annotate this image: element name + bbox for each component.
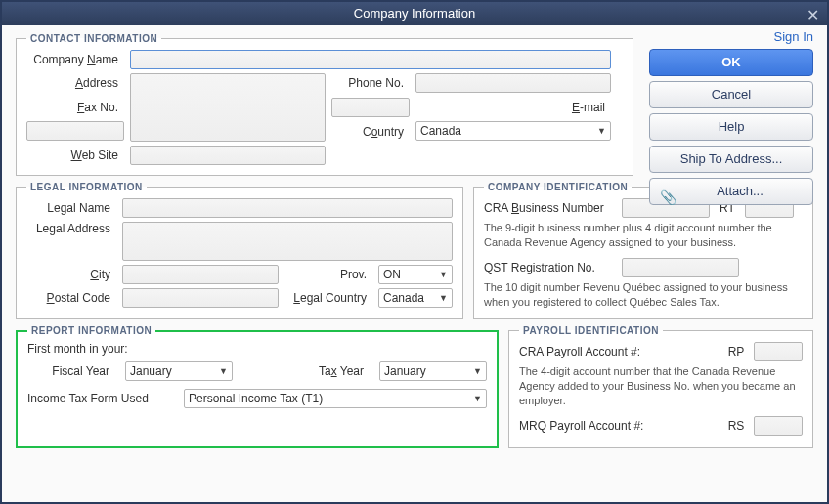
income-tax-form-value: Personal Income Tax (T1): [189, 392, 323, 405]
help-button[interactable]: Help: [649, 113, 813, 141]
sign-in-link[interactable]: Sign In: [649, 29, 813, 44]
tax-year-dropdown[interactable]: January ▼: [379, 361, 487, 381]
postal-code-input[interactable]: [122, 288, 279, 308]
report-information-group: REPORT INFORMATION First month in your: …: [16, 325, 499, 448]
chevron-down-icon: ▼: [439, 293, 448, 303]
first-month-label: First month in your:: [27, 342, 487, 356]
email-label: E-mail: [415, 101, 611, 114]
legal-address-input[interactable]: [122, 222, 453, 261]
mrq-payroll-label: MRQ Payroll Account #:: [519, 419, 719, 433]
titlebar: Company Information ✕: [2, 2, 827, 25]
mrq-rs-suffix: RS: [724, 419, 748, 433]
income-tax-form-dropdown[interactable]: Personal Income Tax (T1) ▼: [184, 389, 487, 408]
tax-year-value: January: [384, 364, 426, 378]
ok-button[interactable]: OK: [649, 49, 813, 76]
cancel-button[interactable]: Cancel: [649, 81, 813, 108]
legal-name-label: Legal Name: [26, 201, 116, 215]
fiscal-year-label: Fiscal Year: [27, 364, 115, 378]
action-panel: Sign In OK Cancel Help Ship To Address..…: [649, 29, 813, 205]
cra-business-info-text: The 9-digit business number plus 4 digit…: [484, 221, 803, 250]
payroll-identification-group: PAYROLL IDENTIFICATION CRA Payroll Accou…: [508, 325, 813, 448]
window-title: Company Information: [354, 6, 475, 21]
city-input[interactable]: [122, 265, 279, 284]
postal-code-label: Postal Code: [26, 291, 116, 305]
cra-payroll-info-text: The 4-digit account number that the Cana…: [519, 364, 803, 408]
province-label: Prov.: [284, 268, 372, 281]
close-icon[interactable]: ✕: [807, 4, 819, 27]
chevron-down-icon: ▼: [219, 366, 228, 376]
legal-country-value: Canada: [383, 291, 424, 305]
legal-country-label: Legal Country: [284, 291, 372, 305]
fiscal-year-dropdown[interactable]: January ▼: [125, 361, 233, 381]
contact-information-group: CONTACT INFORMATION Company Name Address…: [16, 33, 633, 176]
fax-input[interactable]: [331, 98, 410, 117]
legal-country-dropdown[interactable]: Canada ▼: [378, 288, 453, 308]
country-dropdown[interactable]: Canada ▼: [415, 121, 611, 141]
cra-payroll-input[interactable]: [754, 342, 803, 361]
company-name-input[interactable]: [130, 50, 611, 69]
country-value: Canada: [420, 124, 461, 138]
company-info-window: Company Information ✕ Sign In OK Cancel …: [0, 0, 829, 504]
website-input[interactable]: [130, 146, 326, 165]
province-dropdown[interactable]: ON ▼: [378, 265, 453, 284]
qst-registration-label: QST Registration No.: [484, 261, 616, 274]
ship-to-address-button[interactable]: Ship To Address...: [649, 146, 813, 173]
legal-name-input[interactable]: [122, 198, 453, 218]
company-name-label: Company Name: [26, 53, 124, 66]
contact-legend: CONTACT INFORMATION: [26, 33, 161, 44]
income-tax-form-label: Income Tax Form Used: [27, 392, 174, 405]
cra-business-number-label: CRA Business Number: [484, 201, 616, 215]
legal-legend: LEGAL INFORMATION: [26, 182, 147, 192]
tax-year-label: Tax Year: [291, 364, 370, 378]
legal-information-group: LEGAL INFORMATION Legal Name Legal Addre…: [16, 182, 463, 319]
city-label: City: [26, 268, 116, 281]
fiscal-year-value: January: [130, 364, 172, 378]
country-label: Country: [331, 125, 410, 139]
chevron-down-icon: ▼: [473, 366, 482, 376]
address-label: Address: [26, 76, 124, 90]
website-label: Web Site: [26, 148, 124, 162]
payroll-legend: PAYROLL IDENTIFICATION: [519, 325, 663, 336]
mrq-payroll-input[interactable]: [754, 416, 803, 436]
chevron-down-icon: ▼: [473, 394, 482, 403]
cra-rp-suffix: RP: [724, 345, 748, 358]
phone-label: Phone No.: [331, 76, 410, 90]
paperclip-icon: 📎: [660, 185, 676, 210]
address-input[interactable]: [130, 73, 326, 142]
qst-registration-input[interactable]: [622, 258, 739, 277]
legal-address-label: Legal Address: [26, 222, 116, 235]
company-id-legend: COMPANY IDENTIFICATION: [484, 182, 632, 192]
province-value: ON: [383, 268, 401, 281]
chevron-down-icon: ▼: [597, 126, 606, 136]
attach-label: Attach...: [717, 184, 764, 198]
attach-button[interactable]: 📎 Attach...: [649, 178, 813, 205]
cra-payroll-label: CRA Payroll Account #:: [519, 345, 719, 358]
report-legend: REPORT INFORMATION: [27, 325, 155, 336]
chevron-down-icon: ▼: [439, 270, 448, 279]
phone-input[interactable]: [415, 73, 611, 93]
qst-info-text: The 10 digit number Revenu Québec assign…: [484, 280, 803, 310]
fax-label: Fax No.: [26, 101, 124, 114]
email-input[interactable]: [26, 121, 124, 141]
